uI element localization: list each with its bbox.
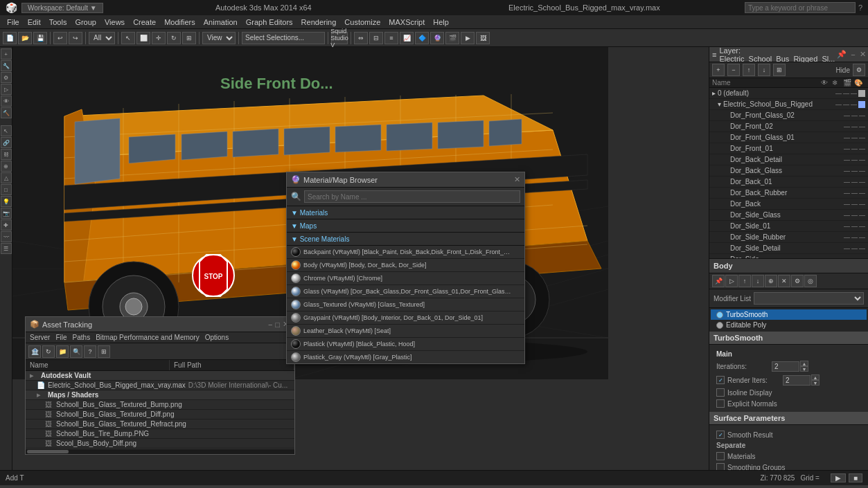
layer-settings-icon[interactable]: ⚙ xyxy=(853,64,865,76)
mat-item-backpaint[interactable]: Backpaint (VRayMtl) [Black_Paint, Disk_B… xyxy=(287,246,524,259)
layer-down-icon[interactable]: ↓ xyxy=(758,64,770,76)
layer-hide-button[interactable]: Hide xyxy=(835,66,850,74)
asset-list[interactable]: ▸ Autodesk Vault 📄 Electric_School_Bus_R… xyxy=(26,371,294,449)
mat-item-chrome[interactable]: Chrome (VRayMtl) [Chrome] xyxy=(287,272,524,285)
undo-button[interactable]: ↩ xyxy=(53,32,67,44)
layer-minimize-button[interactable]: − xyxy=(849,51,857,59)
asset-vault-icon[interactable]: 🏦 xyxy=(28,345,41,358)
layer-dor-side-glass[interactable]: Dor_Side_Glass ——— xyxy=(709,210,868,221)
layer-dor-side-01[interactable]: Dor_Side_01 ——— xyxy=(709,221,868,232)
layer-dor-front-02[interactable]: Dor_Front_02 ——— xyxy=(709,121,868,132)
asset-minimize-button[interactable]: − xyxy=(267,320,274,329)
selection-field[interactable]: Select Selections... xyxy=(242,32,325,44)
new-button[interactable]: 📄 xyxy=(3,32,17,44)
asset-menu-file[interactable]: File xyxy=(55,334,67,341)
asset-menu-options[interactable]: Options xyxy=(205,334,229,341)
menu-rendering[interactable]: Rendering xyxy=(297,18,341,26)
menu-tools[interactable]: Tools xyxy=(45,18,71,26)
asset-folder-icon[interactable]: 📁 xyxy=(56,345,69,358)
maps-section-header[interactable]: ▼ Maps xyxy=(291,222,317,230)
asset-menu-paths[interactable]: Paths xyxy=(73,334,91,341)
modifier-dropdown[interactable] xyxy=(754,292,864,305)
hierarchy-icon[interactable]: ⚙ xyxy=(1,72,12,83)
layer-dor-back-glass[interactable]: Dor_Back_Glass ——— xyxy=(709,165,868,177)
menu-customize[interactable]: Customize xyxy=(340,18,384,26)
layer-dor-front-01[interactable]: Dor_Front_01 ——— xyxy=(709,143,868,154)
layer-manager[interactable]: ≡ xyxy=(384,32,398,44)
menu-help[interactable]: Help xyxy=(429,18,453,26)
redo-button[interactable]: ↪ xyxy=(69,32,82,44)
rotate-tool[interactable]: ↻ xyxy=(167,32,181,44)
utilities-icon[interactable]: 🔨 xyxy=(1,107,12,118)
create-icon[interactable]: + xyxy=(1,48,12,60)
material-search-input[interactable] xyxy=(304,190,520,203)
ts-sg-check[interactable] xyxy=(716,463,725,470)
modify-icon[interactable]: 🔧 xyxy=(1,60,12,71)
menu-group[interactable]: Group xyxy=(71,18,100,26)
mod-pin-icon[interactable]: 📌 xyxy=(712,275,725,287)
asset-menu-bitmap[interactable]: Bitmap Performance and Memory xyxy=(96,334,200,341)
bind-icon[interactable]: ⊕ xyxy=(1,161,12,172)
layer-dor-back-rubber[interactable]: Dor_Back_Rubber ——— xyxy=(709,188,868,199)
layer-dor-back-01[interactable]: Dor_Back_01 ——— xyxy=(709,177,868,188)
mat-item-leather[interactable]: Leather_Black (VRayMtl) [Seat] xyxy=(287,325,524,338)
geometry-icon[interactable]: □ xyxy=(1,184,12,195)
layer-pin-button[interactable]: 📌 xyxy=(835,50,849,59)
status-play-button[interactable]: ▶ xyxy=(831,473,846,482)
layer-list[interactable]: ▸ 0 (default) — — — ▾ Electric_School_Bu… xyxy=(709,88,868,258)
render-setup[interactable]: 🎬 xyxy=(445,32,459,44)
mat-item-graypaint[interactable]: Graypaint (VRayMtl) [Body_Interior, Dor_… xyxy=(287,311,524,325)
render-frame[interactable]: 🖼 xyxy=(476,32,490,44)
workspace-selector[interactable]: Workspace: Default ▼ xyxy=(21,3,103,13)
save-button[interactable]: 💾 xyxy=(33,32,47,44)
layer-root-bus[interactable]: ▾ Electric_School_Bus_Rigged — — — xyxy=(709,99,868,110)
mod-delete-icon[interactable]: ✕ xyxy=(778,275,790,287)
asset-item-bump[interactable]: 🖼 Schooll_Bus_Glass_Textured_Bump.png xyxy=(26,400,294,410)
ts-render-up[interactable]: ▲ xyxy=(811,374,820,380)
material-editor[interactable]: 🔮 xyxy=(430,32,444,44)
asset-item-bodydiff[interactable]: 🖼 Scool_Bus_Body_Diff.png xyxy=(26,439,294,449)
unlink-icon[interactable]: ⛓ xyxy=(1,149,12,160)
mod-wire-icon[interactable]: ⊕ xyxy=(765,275,777,287)
curve-editor[interactable]: 📈 xyxy=(400,32,414,44)
ts-iters-up[interactable]: ▲ xyxy=(800,361,808,366)
asset-item-file[interactable]: 📄 Electric_School_Bus_Rigged_max_vray.ma… xyxy=(26,381,294,390)
mat-close-button[interactable]: ✕ xyxy=(514,175,520,184)
menu-modifiers[interactable]: Modifiers xyxy=(160,18,200,26)
layer-delete-icon[interactable]: − xyxy=(727,64,740,76)
ts-surface-header[interactable]: Surface Parameters xyxy=(709,412,868,425)
ts-render-check[interactable]: ✓ xyxy=(716,376,725,384)
search-input[interactable] xyxy=(745,2,856,13)
mod-move-icon[interactable]: ↑ xyxy=(738,275,751,287)
mat-item-glass[interactable]: Glass (VRayMtl) [Dor_Back_Glass,Dor_Fron… xyxy=(287,285,524,298)
render-production[interactable]: ▶ xyxy=(461,32,475,44)
select-region-tool[interactable]: ⬜ xyxy=(136,32,150,44)
menu-graph-editors[interactable]: Graph Editors xyxy=(242,18,297,26)
spacewarp-icon[interactable]: 〰 xyxy=(1,231,12,242)
menu-views[interactable]: Views xyxy=(100,18,129,26)
menu-file[interactable]: File xyxy=(3,18,24,26)
ts-render-iters-value[interactable] xyxy=(783,375,811,386)
layer-close-button[interactable]: ✕ xyxy=(858,50,868,59)
layer-dor-back-detail[interactable]: Dor_Back_Detail ——— xyxy=(709,154,868,165)
modifier-editable-poly[interactable]: Editable Poly xyxy=(711,320,867,330)
align-tool[interactable]: ⊟ xyxy=(369,32,383,44)
ts-explicit-check[interactable] xyxy=(716,399,725,408)
lights-icon[interactable]: 💡 xyxy=(1,196,12,207)
named-selection-set[interactable]: Squid Studio V xyxy=(331,32,348,44)
mat-item-plastick[interactable]: Plastick (VRayMtl) [Black_Plastic, Hood] xyxy=(287,338,524,351)
asset-maximize-button[interactable]: □ xyxy=(274,320,281,329)
helpers-icon2[interactable]: ✚ xyxy=(1,219,12,231)
ts-iters-down[interactable]: ▼ xyxy=(800,366,808,372)
layer-dor-side[interactable]: Dor_Side ——— xyxy=(709,254,868,258)
asset-item-refract[interactable]: 🖼 Schooll_Bus_Glass_Textured_Refract.png xyxy=(26,419,294,429)
scene-materials-header[interactable]: ▼ Scene Materials xyxy=(291,235,349,243)
mod-anim-icon[interactable]: ▷ xyxy=(725,275,738,287)
modifier-turbosm[interactable]: TurboSmooth xyxy=(711,309,867,320)
mat-item-plastick-gray[interactable]: Plastick_Gray (VRayMtl) [Gray_Plastic] xyxy=(287,351,524,363)
ts-iters-value[interactable] xyxy=(772,361,799,372)
status-stop-button[interactable]: ■ xyxy=(849,473,862,482)
asset-menu-server[interactable]: Server xyxy=(30,334,50,341)
mat-item-body[interactable]: Body (VRayMtl) [Body, Dor_Back, Dor_Side… xyxy=(287,259,524,272)
asset-refresh-icon[interactable]: ↻ xyxy=(42,345,55,358)
